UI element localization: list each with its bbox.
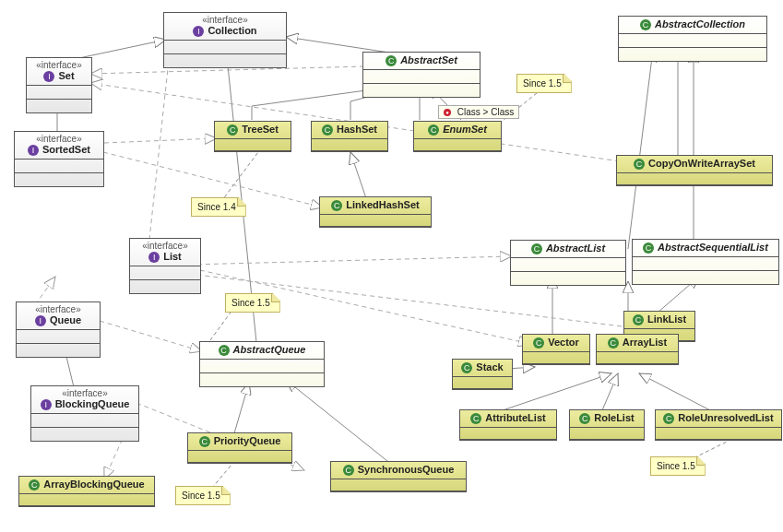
tooltip-text: Class > Class bbox=[457, 107, 514, 117]
svg-line-14 bbox=[628, 50, 653, 249]
class-stack[interactable]: CStack bbox=[452, 359, 513, 390]
class-arrayblockingqueue[interactable]: CArrayBlockingQueue bbox=[18, 476, 155, 507]
class-name: Collection bbox=[208, 25, 256, 36]
class-priorityqueue[interactable]: CPriorityQueue bbox=[187, 432, 292, 464]
svg-line-21 bbox=[602, 373, 618, 410]
interface-set[interactable]: «interface»ISet bbox=[26, 57, 92, 113]
class-name: AbstractCollection bbox=[655, 18, 745, 30]
class-abstractsequentiallist[interactable]: CAbstractSequentialList bbox=[632, 239, 779, 285]
uml-diagram: «interface»ICollection «interface»ISet «… bbox=[0, 0, 783, 532]
class-abstractcollection[interactable]: CAbstractCollection bbox=[618, 16, 767, 62]
svg-line-10 bbox=[350, 152, 366, 198]
svg-line-20 bbox=[503, 373, 611, 410]
svg-line-25 bbox=[286, 380, 387, 461]
class-treeset[interactable]: CTreeSet bbox=[214, 121, 291, 152]
class-arraylist[interactable]: CArrayList bbox=[596, 334, 679, 365]
class-abstractset[interactable]: CAbstractSet bbox=[362, 52, 480, 98]
interface-collection[interactable]: «interface»ICollection bbox=[163, 12, 287, 68]
note-enumset: Since 1.5 bbox=[516, 74, 572, 93]
class-linkedhashset[interactable]: CLinkedHashSet bbox=[319, 196, 432, 228]
interface-sortedset[interactable]: «interface»ISortedSet bbox=[14, 131, 104, 187]
class-hashset[interactable]: CHashSet bbox=[311, 121, 388, 152]
svg-line-39 bbox=[100, 321, 202, 351]
interface-list[interactable]: «interface»IList bbox=[129, 238, 201, 294]
note-priorityqueue: Since 1.5 bbox=[175, 486, 231, 505]
svg-line-33 bbox=[148, 52, 170, 256]
stereotype: «interface» bbox=[168, 15, 282, 25]
svg-line-24 bbox=[234, 383, 249, 433]
class-enumset[interactable]: CEnumSet bbox=[413, 121, 502, 152]
note-abstractqueue: Since 1.5 bbox=[225, 293, 280, 313]
svg-line-22 bbox=[639, 373, 710, 410]
class-abstractqueue[interactable]: CAbstractQueue bbox=[199, 341, 325, 387]
class-synchronousqueue[interactable]: CSynchronousQueue bbox=[330, 461, 467, 492]
svg-line-34 bbox=[104, 138, 217, 143]
interface-icon: I bbox=[193, 26, 204, 37]
note-linkedhashset: Since 1.4 bbox=[191, 197, 246, 217]
class-rolelist[interactable]: CRoleList bbox=[569, 409, 645, 441]
class-abstractlist[interactable]: CAbstractList bbox=[510, 240, 626, 286]
interface-queue[interactable]: «interface»IQueue bbox=[16, 301, 101, 358]
class-attributelist[interactable]: CAttributeList bbox=[459, 409, 557, 441]
svg-line-36 bbox=[189, 256, 512, 265]
tooltip-class-class: ● Class > Class bbox=[438, 105, 519, 119]
note-roleunresolvedlist: Since 1.5 bbox=[650, 456, 706, 476]
class-vector[interactable]: CVector bbox=[522, 334, 590, 365]
class-icon: C bbox=[640, 19, 651, 30]
class-copyonwritearrayset[interactable]: CCopyOnWriteArraySet bbox=[616, 155, 773, 186]
class-roleunresolvedlist[interactable]: CRoleUnresolvedList bbox=[655, 409, 782, 441]
interface-blockingqueue[interactable]: «interface»IBlockingQueue bbox=[30, 385, 139, 442]
diamond-icon: ● bbox=[444, 109, 451, 116]
